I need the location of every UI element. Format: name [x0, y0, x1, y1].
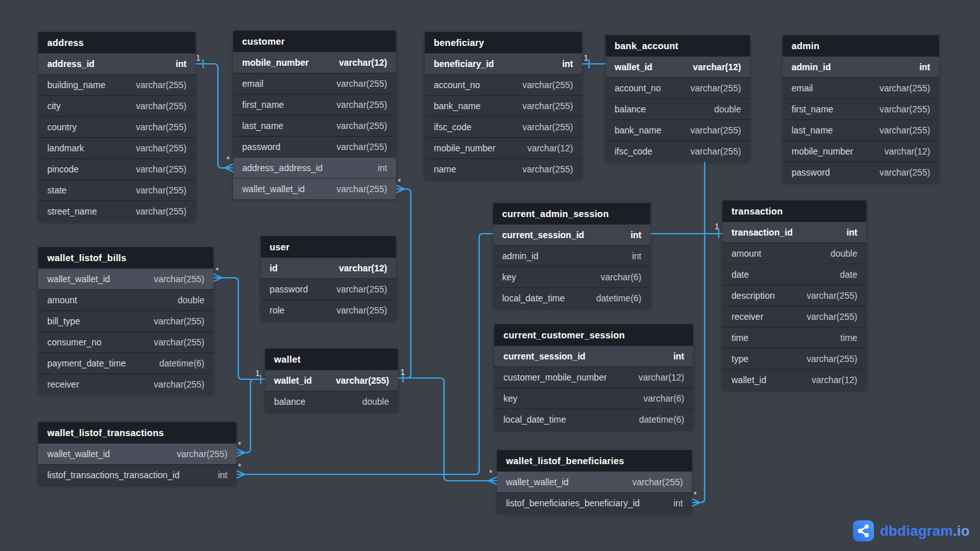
table-beneficiary[interactable]: beneficiarybeneficiary_idintaccount_nova…: [425, 32, 582, 179]
table-row: emailvarchar(255): [783, 77, 939, 98]
table-row: pincodevarchar(255): [38, 158, 195, 179]
table-row: descriptionvarchar(255): [723, 285, 866, 306]
table-wallet_listof_beneficiaries[interactable]: wallet_listof_beneficiarieswallet_wallet…: [497, 450, 692, 513]
table-row: mobile_numbervarchar(12): [425, 137, 582, 158]
table-header[interactable]: transaction: [723, 200, 866, 222]
field-type: varchar(255): [523, 101, 573, 111]
field-type: varchar(6): [601, 272, 641, 282]
field-type: double: [362, 396, 389, 407]
table-header[interactable]: current_customer_session: [494, 324, 693, 345]
table-header[interactable]: current_admin_session: [493, 203, 650, 224]
field-name: current_session_id: [502, 230, 584, 240]
table-row: local_date_timedatetime(6): [493, 287, 650, 308]
field-name: ifsc_code: [434, 122, 471, 132]
field-type: varchar(6): [643, 393, 684, 404]
table-row: ifsc_codevarchar(255): [606, 140, 750, 162]
field-type: varchar(255): [136, 164, 187, 174]
field-name: description: [731, 291, 775, 301]
field-name: address_address_id: [242, 163, 323, 173]
field-name: street_name: [47, 206, 97, 216]
table-row: wallet_wallet_idvarchar(255): [38, 268, 213, 289]
field-type: varchar(255): [136, 80, 187, 90]
table-wallet_listof_bills[interactable]: wallet_listof_billswallet_wallet_idvarch…: [38, 247, 213, 395]
table-row: listof_beneficiaries_beneficiary_idint: [497, 492, 692, 513]
field-name: local_date_time: [503, 414, 566, 425]
table-row: beneficiary_idint: [425, 53, 582, 74]
table-row: keyvarchar(6): [493, 266, 650, 287]
table-bank_account[interactable]: bank_accountwallet_idvarchar(12)account_…: [606, 35, 750, 162]
field-name: receiver: [47, 379, 79, 389]
table-row: current_session_idint: [494, 345, 693, 366]
field-type: varchar(255): [807, 291, 857, 301]
field-type: double: [714, 104, 741, 114]
field-type: int: [673, 498, 683, 508]
field-type: varchar(255): [337, 121, 387, 131]
table-header[interactable]: wallet: [265, 349, 398, 370]
table-row: account_novarchar(255): [606, 77, 750, 98]
table-user[interactable]: useridvarchar(12)passwordvarchar(255)rol…: [261, 236, 396, 321]
table-header[interactable]: customer: [233, 31, 396, 52]
table-address[interactable]: addressaddress_idintbuilding_namevarchar…: [38, 32, 195, 222]
table-row: idvarchar(12): [261, 257, 396, 278]
field-type: varchar(255): [337, 79, 387, 89]
field-type: varchar(255): [136, 206, 187, 216]
field-type: varchar(255): [691, 146, 741, 156]
field-type: varchar(255): [880, 125, 930, 135]
field-type: varchar(255): [337, 100, 387, 110]
table-header[interactable]: wallet_listof_beneficiaries: [497, 450, 692, 471]
field-name: landmark: [47, 143, 84, 153]
field-type: date: [840, 269, 857, 280]
table-row: street_namevarchar(255): [38, 200, 195, 222]
field-name: beneficiary_id: [434, 59, 494, 69]
table-header[interactable]: address: [38, 32, 195, 53]
field-name: time: [731, 333, 748, 343]
table-row: receivervarchar(255): [723, 306, 866, 327]
table-wallet_listof_transactions[interactable]: wallet_listof_transactionswallet_wallet_…: [38, 422, 236, 485]
field-name: payment_date_time: [47, 358, 126, 368]
field-type: int: [562, 59, 573, 69]
table-row: first_namevarchar(255): [783, 98, 939, 119]
table-row: building_namevarchar(255): [38, 74, 195, 95]
table-header[interactable]: beneficiary: [425, 32, 582, 53]
field-name: state: [47, 185, 66, 195]
field-type: varchar(255): [337, 305, 387, 315]
field-type: int: [378, 163, 387, 173]
field-name: wallet_wallet_id: [47, 274, 110, 284]
field-type: varchar(255): [807, 354, 857, 364]
table-customer[interactable]: customermobile_numbervarchar(12)emailvar…: [233, 31, 396, 199]
field-type: varchar(12): [693, 62, 742, 72]
table-transaction[interactable]: transactiontransaction_idintamountdouble…: [723, 200, 866, 390]
field-type: varchar(255): [632, 477, 683, 487]
field-type: int: [919, 62, 930, 72]
field-name: email: [242, 79, 263, 89]
table-wallet[interactable]: walletwallet_idvarchar(255)balancedouble: [265, 349, 398, 412]
field-type: varchar(12): [339, 263, 388, 273]
table-header[interactable]: wallet_listof_bills: [38, 247, 213, 268]
table-header[interactable]: admin: [783, 35, 939, 56]
table-row: receivervarchar(255): [38, 374, 213, 395]
table-row: timetime: [723, 327, 866, 348]
field-type: double: [831, 248, 857, 259]
table-header[interactable]: bank_account: [606, 35, 750, 56]
tables-layer: addressaddress_idintbuilding_namevarchar…: [0, 0, 980, 551]
table-row: balancedouble: [606, 98, 750, 119]
field-name: wallet_wallet_id: [47, 449, 110, 459]
table-current_admin_session[interactable]: current_admin_sessioncurrent_session_idi…: [493, 203, 650, 308]
dbdiagram-logo[interactable]: dbdiagram.io: [853, 520, 970, 541]
field-name: account_no: [615, 83, 661, 93]
table-header[interactable]: wallet_listof_transactions: [38, 422, 236, 443]
field-name: admin_id: [792, 62, 831, 72]
field-name: role: [270, 305, 284, 315]
field-type: varchar(255): [691, 125, 741, 135]
field-type: int: [846, 227, 857, 238]
table-current_customer_session[interactable]: current_customer_sessioncurrent_session_…: [494, 324, 693, 430]
field-name: name: [434, 164, 456, 174]
table-admin[interactable]: adminadmin_idintemailvarchar(255)first_n…: [783, 35, 939, 183]
table-row: address_address_idint: [233, 157, 396, 178]
field-name: first_name: [792, 104, 833, 114]
table-header[interactable]: user: [261, 236, 396, 257]
field-name: key: [503, 393, 517, 404]
field-name: admin_id: [502, 251, 539, 261]
field-name: email: [792, 83, 813, 93]
field-name: password: [792, 167, 830, 177]
